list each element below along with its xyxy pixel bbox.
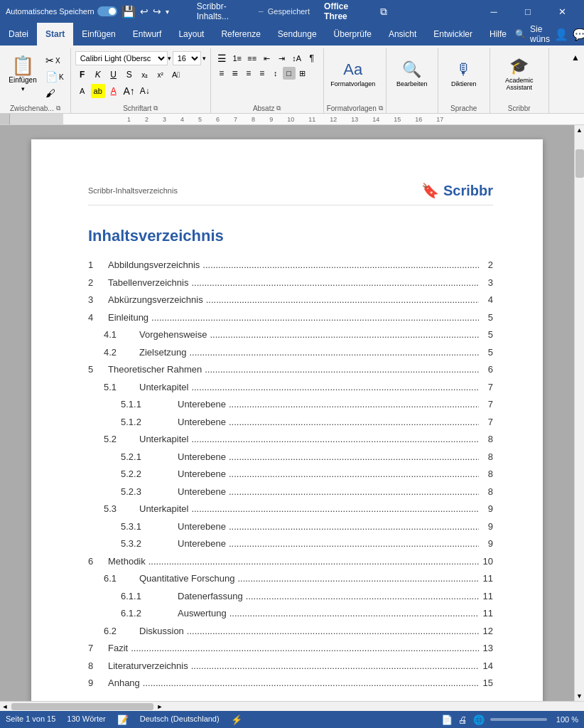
toc-entry: 6.1.2 Auswertung .......................… [121,606,493,621]
tab-entwickler[interactable]: Entwickler [425,23,481,46]
align-left-button[interactable]: ≡ [215,67,228,80]
scrollbar-horizontal[interactable]: ◄ ► [0,701,584,711]
zoom-level[interactable]: 100 % [553,715,578,724]
app-name: Office Three [324,1,370,21]
tab-entwurf[interactable]: Entwurf [124,23,171,46]
clear-format-button[interactable]: A⃝ [169,68,183,82]
quick-access-dropdown[interactable]: ▾ [166,8,169,16]
save-icon[interactable]: 💾 [121,5,136,18]
minimize-button[interactable]: ─ [477,0,510,23]
highlight-button[interactable]: ab [91,84,105,98]
tab-hilfe[interactable]: Hilfe [481,23,515,46]
border-button[interactable]: ⊞ [296,67,309,80]
list-indent-decrease-button[interactable]: ⇤ [260,51,274,65]
toc-dots: ........................................… [187,624,479,638]
paste-dropdown-icon[interactable]: ▾ [21,85,25,92]
tab-referenze[interactable]: Referenze [212,23,269,46]
toc-num: 6.1.2 [121,606,178,621]
view-read-button[interactable]: 📄 [441,714,453,725]
accessibility-icon[interactable]: ⚡ [231,714,242,725]
status-left: Seite 1 von 15 130 Wörter 📝 Deutsch (Deu… [6,714,430,725]
font-name-select[interactable]: Calibri Light (Übersc [75,51,168,65]
text-effect-button[interactable]: A [75,84,90,98]
tab-sendunge[interactable]: Sendunge [269,23,325,46]
diktieren-button[interactable]: 🎙 Diktieren [443,51,485,97]
align-center-button[interactable]: ≡ [229,67,242,80]
formatvorlagen-button[interactable]: Aa Formatvorlagen [328,51,378,97]
scroll-right-button[interactable]: ► [155,702,165,712]
scroll-left-button[interactable]: ◄ [0,702,10,712]
unordered-list-button[interactable]: ☰ [215,51,229,65]
schriftart-expander[interactable]: ⧉ [153,105,158,112]
h-scroll-thumb[interactable] [11,703,153,710]
bearbeiten-button[interactable]: 🔍 Bearbeiten [391,51,433,97]
sort-button[interactable]: ↕A [290,51,304,65]
ordered-list-button[interactable]: 1≡ [230,51,244,65]
toc-page: 5 [482,328,493,342]
copy-button[interactable]: 📄 K [43,69,66,85]
absatz-label: Absatz ⧉ [211,104,323,113]
italic-button[interactable]: K [91,68,105,82]
format-painter-button[interactable]: 🖌 [43,85,66,101]
toc-dots: ........................................… [205,363,479,377]
line-spacing-button[interactable]: ↕ [269,67,282,80]
tab-einfuegen[interactable]: Einfügen [73,23,124,46]
view-print-button[interactable]: 🖨 [458,714,467,725]
view-web-button[interactable]: 🌐 [473,714,485,725]
align-right-button[interactable]: ≡ [242,67,255,80]
toc-entry: 6.2 Diskussion .........................… [104,624,493,638]
toc-page: 13 [482,641,493,655]
toc-text: Einleitung [108,311,148,325]
spell-check-icon[interactable]: 📝 [117,714,129,725]
font-size-increase-button[interactable]: A↑ [122,84,136,98]
toc-title: Inhaltsverzeichnis [88,227,493,245]
redo-icon[interactable]: ↪ [153,6,161,17]
scrollbar-vertical[interactable]: ▲ ▼ [574,125,584,701]
scroll-thumb[interactable] [575,149,584,178]
underline-button[interactable]: U [107,68,121,82]
autosave-toggle[interactable] [97,6,117,16]
undo-icon[interactable]: ↩ [140,6,148,17]
language-label[interactable]: Deutsch (Deutschland) [140,714,220,725]
tab-ansicht[interactable]: Ansicht [380,23,425,46]
multilevel-list-button[interactable]: ≡≡ [245,51,259,65]
font-size-dropdown[interactable]: ▾ [202,55,206,62]
group-zwischenablage-content: 📋 Einfügen ▾ ✂ X 📄 K 🖌 [0,48,70,104]
toc-page: 14 [482,659,493,673]
font-size-decrease-button[interactable]: A↓ [138,84,152,98]
zwischenablage-expander[interactable]: ⧉ [56,105,60,112]
paste-button[interactable]: 📋 Einfügen ▾ [4,51,41,97]
align-justify-button[interactable]: ≡ [256,67,269,80]
restore-window-icon[interactable]: ⧉ [380,6,387,18]
toc-text: Datenerfassung [178,589,243,604]
bold-button[interactable]: F [75,68,90,82]
tab-layout[interactable]: Layout [170,23,212,46]
scroll-down-button[interactable]: ▼ [575,691,585,701]
shading-button[interactable]: □ [283,67,296,80]
list-indent-increase-button[interactable]: ⇥ [275,51,289,65]
superscript-button[interactable]: x² [153,68,168,82]
ribbon-collapse-button[interactable]: ▲ [570,51,581,64]
font-color-button[interactable]: A [107,84,121,98]
subscript-button[interactable]: x₂ [138,68,152,82]
cut-button[interactable]: ✂ X [43,53,66,68]
absatz-expander[interactable]: ⧉ [276,105,281,112]
tab-start[interactable]: Start [37,23,73,46]
tab-ueberpruefe[interactable]: Überprüfe [325,23,380,46]
strikethrough-button[interactable]: S [122,68,136,82]
academic-assistant-button[interactable]: 🎓 Academic Assistant [494,51,544,97]
close-button[interactable]: ✕ [546,0,578,23]
restore-button[interactable]: □ [512,0,544,23]
font-name-dropdown[interactable]: ▾ [168,55,171,62]
tab-datei[interactable]: Datei [0,23,37,46]
share-icon[interactable]: 👤 [554,28,568,41]
formatvorlagen-expander[interactable]: ⧉ [379,105,383,112]
zoom-slider[interactable] [490,718,547,721]
comment-icon[interactable]: 💬 [573,28,584,41]
toc-entry: 6.1 Quantitative Forschung .............… [104,572,493,586]
font-size-select[interactable]: 16 [173,51,201,65]
document-area[interactable]: Scribbr-Inhaltsverzeichnis 🔖 Scribbr Inh… [0,125,574,701]
show-marks-button[interactable]: ¶ [305,51,319,65]
group-schriftart-content: Calibri Light (Übersc ▾ 16 ▾ F K U S x₂ … [71,48,210,104]
scroll-up-button[interactable]: ▲ [575,125,585,135]
